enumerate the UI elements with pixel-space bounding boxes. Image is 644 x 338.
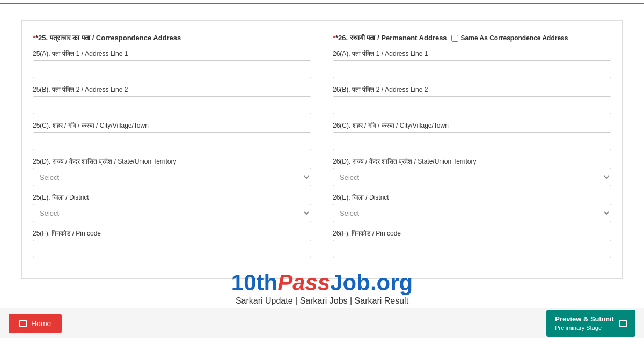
main-content: **25. पत्राचार का पता / Correspondence A… — [0, 4, 644, 290]
field-group-25e: 25(E). जिला / District Select — [33, 194, 311, 222]
preview-btn-main-label: Preview & Submit — [555, 315, 614, 324]
label-26a: 26(A). पता पंक्ति 1 / Address Line 1 — [333, 50, 611, 57]
select-26e[interactable]: Select — [333, 204, 611, 222]
field-group-25f: 25(F). पिनकोड / Pin code — [33, 230, 311, 258]
label-26e: 26(E). जिला / District — [333, 194, 611, 201]
preview-submit-button[interactable]: Preview & Submit Preliminary Stage — [546, 310, 635, 337]
section-26-col: **26. स्थायी पता / Permanent Address Sam… — [333, 34, 611, 266]
label-26b: 26(B). पता पंक्ति 2 / Address Line 2 — [333, 86, 611, 93]
label-25e: 25(E). जिला / District — [33, 194, 311, 201]
select-26d[interactable]: Select — [333, 168, 611, 186]
field-group-26b: 26(B). पता पंक्ति 2 / Address Line 2 — [333, 86, 611, 114]
address-form-section: **25. पत्राचार का पता / Correspondence A… — [21, 20, 623, 279]
preview-btn-sub-label: Preliminary Stage — [555, 324, 614, 332]
label-26f: 26(F). पिनकोड / Pin code — [333, 230, 611, 237]
input-25f[interactable] — [33, 240, 311, 258]
field-group-26f: 26(F). पिनकोड / Pin code — [333, 230, 611, 258]
section-26-title: **26. स्थायी पता / Permanent Address Sam… — [333, 34, 611, 42]
field-group-25a: 25(A). पता पंक्ति 1 / Address Line 1 — [33, 50, 311, 78]
label-25a: 25(A). पता पंक्ति 1 / Address Line 1 — [33, 50, 311, 57]
input-25a[interactable] — [33, 60, 311, 78]
home-icon — [19, 320, 27, 327]
field-group-26c: 26(C). शहर / गाँव / कस्बा / City/Village… — [333, 122, 611, 150]
bottom-bar: Home Preview & Submit Preliminary Stage — [0, 308, 644, 338]
preview-icon — [619, 320, 627, 327]
form-row: **25. पत्राचार का पता / Correspondence A… — [33, 34, 611, 266]
input-25b[interactable] — [33, 96, 311, 114]
field-group-25c: 25(C). शहर / गाँव / कस्बा / City/Village… — [33, 122, 311, 150]
select-25d[interactable]: Select — [33, 168, 311, 186]
label-26d: 26(D). राज्य / केंद्र शासित प्रदेश / Sta… — [333, 158, 611, 165]
select-25e[interactable]: Select — [33, 204, 311, 222]
top-bar — [0, 0, 644, 4]
input-26f[interactable] — [333, 240, 611, 258]
same-as-label-text: Same As Correspondence Address — [461, 34, 568, 42]
section-25-title: **25. पत्राचार का पता / Correspondence A… — [33, 34, 311, 42]
label-25f: 25(F). पिनकोड / Pin code — [33, 230, 311, 237]
label-25c: 25(C). शहर / गाँव / कस्बा / City/Village… — [33, 122, 311, 129]
input-26c[interactable] — [333, 132, 611, 150]
same-as-checkbox[interactable] — [451, 35, 458, 42]
home-label: Home — [31, 319, 51, 328]
preview-btn-text: Preview & Submit Preliminary Stage — [555, 315, 614, 332]
label-26c: 26(C). शहर / गाँव / कस्बा / City/Village… — [333, 122, 611, 129]
field-group-26a: 26(A). पता पंक्ति 1 / Address Line 1 — [333, 50, 611, 78]
section-25-col: **25. पत्राचार का पता / Correspondence A… — [33, 34, 311, 266]
label-25d: 25(D). राज्य / केंद्र शासित प्रदेश / Sta… — [33, 158, 311, 165]
field-group-25d: 25(D). राज्य / केंद्र शासित प्रदेश / Sta… — [33, 158, 311, 186]
input-26b[interactable] — [333, 96, 611, 114]
same-as-correspondence-label[interactable]: Same As Correspondence Address — [451, 34, 568, 42]
field-group-26e: 26(E). जिला / District Select — [333, 194, 611, 222]
label-25b: 25(B). पता पंक्ति 2 / Address Line 2 — [33, 86, 311, 93]
section-26-title-row: **26. स्थायी पता / Permanent Address Sam… — [333, 34, 611, 42]
watermark-subtitle: Sarkari Update | Sarkari Jobs | Sarkari … — [231, 296, 413, 306]
section-26-title-text: **26. स्थायी पता / Permanent Address — [333, 34, 447, 42]
field-group-26d: 26(D). राज्य / केंद्र शासित प्रदेश / Sta… — [333, 158, 611, 186]
input-25c[interactable] — [33, 132, 311, 150]
field-group-25b: 25(B). पता पंक्ति 2 / Address Line 2 — [33, 86, 311, 114]
home-button[interactable]: Home — [9, 314, 62, 333]
input-26a[interactable] — [333, 60, 611, 78]
